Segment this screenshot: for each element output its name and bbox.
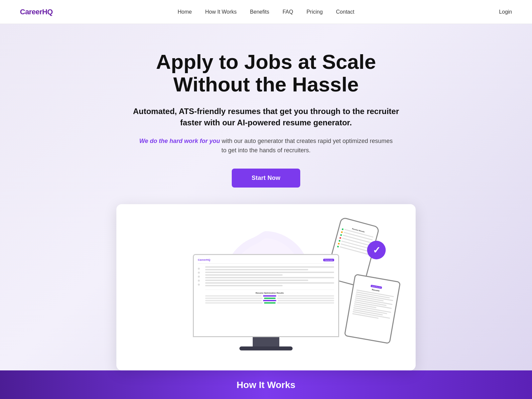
text-line [205, 266, 334, 268]
checkmark-icon: ✓ [373, 245, 380, 256]
screen-header: CareerHQ Generate [198, 258, 334, 264]
phone-status-green3 [338, 240, 340, 242]
hero-illustration: Resume Results [116, 204, 416, 370]
sidebar-dot [198, 276, 200, 278]
screen-logo: CareerHQ [198, 258, 210, 261]
nav-contact[interactable]: Contact [336, 9, 354, 15]
hero-subtitle: Automated, ATS-friendly resumes that get… [130, 106, 402, 128]
phone-status-green4 [337, 246, 339, 248]
nav-benefits[interactable]: Benefits [250, 9, 269, 15]
hero-highlight: We do the hard work for you [139, 138, 220, 144]
results-cell [278, 300, 334, 301]
results-cell [205, 295, 262, 297]
results-title: Resume Optimization Results [205, 292, 334, 294]
how-it-works-footer-title: How It Works [237, 380, 296, 390]
results-cell-green [264, 302, 276, 304]
phone-status-orange [341, 231, 343, 233]
text-line [205, 274, 283, 276]
phone-status-orange2 [338, 243, 340, 245]
start-now-button[interactable]: Start Now [232, 169, 301, 188]
results-cell [205, 302, 263, 304]
results-row [205, 295, 334, 297]
monitor-base [239, 346, 293, 350]
navbar: CareerHQ Home How It Works Benefits FAQ … [0, 0, 532, 24]
nav-how-it-works[interactable]: How It Works [205, 9, 237, 15]
text-line [205, 272, 334, 273]
text-line [205, 285, 283, 286]
results-cell-green [264, 298, 276, 299]
how-it-works-footer: How It Works [0, 370, 532, 399]
login-button[interactable]: Login [499, 9, 512, 15]
results-row [205, 302, 334, 304]
brand-logo[interactable]: CareerHQ [20, 8, 53, 16]
nav-faq[interactable]: FAQ [283, 9, 293, 15]
text-line [205, 280, 308, 281]
hero-title: Apply to Jobs at Scale Without the Hassl… [116, 51, 416, 96]
hero-description: We do the hard work for you with our aut… [136, 136, 396, 156]
phone-status-green2 [340, 234, 342, 236]
sidebar-dot [198, 268, 200, 270]
results-cell [278, 295, 334, 297]
results-table [205, 295, 334, 304]
results-cell-purple [263, 300, 276, 301]
monitor: CareerHQ Generate [193, 254, 339, 350]
results-cell-purple [263, 295, 276, 297]
screen-badge: Generate [323, 259, 334, 261]
phone-status-green [341, 228, 343, 230]
screen-content: CareerHQ Generate [194, 255, 338, 336]
hero-description-rest: with our auto generator that creates rap… [220, 138, 393, 154]
nav-home[interactable]: Home [178, 9, 192, 15]
text-line [205, 269, 308, 270]
monitor-stand [253, 337, 279, 346]
results-cell [205, 300, 262, 301]
results-row [205, 300, 334, 301]
screen-body: Resume Optimization Results [198, 266, 334, 331]
check-badge: ✓ [367, 241, 386, 259]
screen-sidebar [198, 266, 202, 331]
sidebar-dot [198, 272, 200, 274]
text-line [205, 277, 334, 278]
results-section: Resume Optimization Results [205, 290, 334, 305]
screen-main: Resume Optimization Results [205, 266, 334, 331]
hero-section: Apply to Jobs at Scale Without the Hassl… [0, 24, 532, 370]
sidebar-dot [198, 280, 200, 282]
results-row [205, 298, 334, 299]
nav-pricing[interactable]: Pricing [307, 9, 323, 15]
illustration-container: Resume Results [130, 217, 402, 350]
results-cell [277, 298, 334, 299]
results-cell [205, 298, 263, 299]
phone-status-red [339, 237, 341, 239]
sidebar-dot [198, 284, 200, 286]
text-line [205, 282, 334, 284]
monitor-screen: CareerHQ Generate [193, 254, 339, 337]
nav-links: Home How It Works Benefits FAQ Pricing C… [178, 9, 354, 15]
results-cell [277, 302, 334, 304]
